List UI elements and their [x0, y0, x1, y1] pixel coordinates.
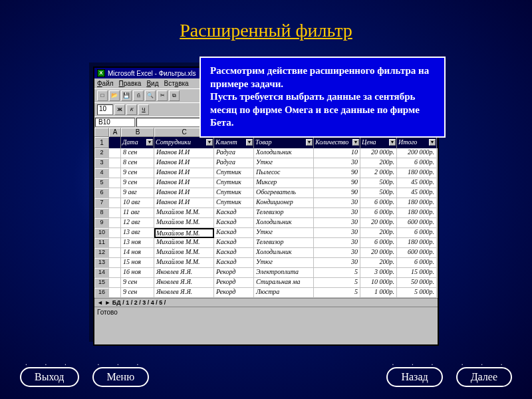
cell-qty[interactable]: 90: [314, 178, 360, 188]
table-row[interactable]: 1416 нояЯковлев Я.Я.РекордЭлектроплита53…: [94, 268, 438, 278]
menu-file[interactable]: ФФайлайл: [97, 80, 114, 87]
cell-qty[interactable]: 5: [314, 288, 360, 298]
cell-price[interactable]: 1 000р.: [360, 288, 397, 298]
cell-total[interactable]: 180 000р.: [397, 198, 437, 208]
cell-date[interactable]: 10 авг: [121, 198, 154, 208]
row-header[interactable]: 15: [94, 278, 109, 288]
cell-price[interactable]: 6 000р.: [360, 238, 397, 248]
menu-insert[interactable]: Вставка: [164, 80, 188, 87]
cell[interactable]: [109, 248, 121, 258]
cell-employee[interactable]: Иванов И.И: [154, 168, 214, 178]
cell-employee[interactable]: Михайлов М.М.: [154, 248, 214, 258]
bold-icon[interactable]: Ж: [114, 104, 125, 115]
row-header[interactable]: 11: [94, 238, 109, 248]
fontsize-box[interactable]: 10: [97, 104, 113, 115]
table-row[interactable]: 69 авгИванов И.ИСпутникОбогреватель90500…: [94, 188, 438, 198]
cell-client[interactable]: Радуга: [214, 148, 254, 158]
cell-product[interactable]: Утюг: [254, 258, 314, 268]
save-icon[interactable]: 💾: [121, 90, 132, 101]
table-row[interactable]: 28 сенИванов И.ИРадугаХолодильник1020 00…: [94, 148, 438, 158]
cell-total[interactable]: 15 000р.: [397, 268, 437, 278]
cell[interactable]: [109, 198, 121, 208]
cell-employee[interactable]: Михайлов М.М.: [154, 238, 214, 248]
cell-employee[interactable]: Яковлев Я.Я.: [154, 268, 214, 278]
menu-button[interactable]: Меню: [92, 367, 150, 387]
cell-qty[interactable]: 30: [314, 158, 360, 168]
row-header-1[interactable]: 1: [94, 137, 109, 148]
table-row[interactable]: 169 сенЯковлев Я.Я.РекордЛюстра51 000р.5…: [94, 288, 438, 298]
cell-product[interactable]: Стиральная ма: [254, 278, 314, 288]
cell[interactable]: [109, 148, 121, 158]
table-row[interactable]: 1214 нояМихайлов М.М.КаскадХолодильник30…: [94, 248, 438, 258]
cell-total[interactable]: 180 000р.: [397, 168, 437, 178]
menu-edit[interactable]: Правка: [119, 80, 142, 87]
preview-icon[interactable]: 🔍: [145, 90, 156, 101]
cell-employee[interactable]: Михайлов М.М.: [154, 208, 214, 218]
cell-qty[interactable]: 30: [314, 208, 360, 218]
row-header[interactable]: 10: [94, 228, 109, 238]
cell-product[interactable]: Телевизор: [254, 238, 314, 248]
row-header[interactable]: 6: [94, 188, 109, 198]
cell-date[interactable]: 13 авг: [121, 228, 154, 238]
cell-product[interactable]: Утюг: [254, 228, 314, 238]
cell-date[interactable]: 12 авг: [121, 218, 154, 228]
filter-dropdown-icon[interactable]: ▼: [206, 139, 213, 146]
cell-product[interactable]: Миксер: [254, 178, 314, 188]
cell[interactable]: [109, 168, 121, 178]
cell-price[interactable]: 500р.: [360, 178, 397, 188]
cell-client[interactable]: Рекорд: [214, 288, 254, 298]
cell-date[interactable]: 16 ноя: [121, 268, 154, 278]
row-header[interactable]: 3: [94, 158, 109, 168]
col-A[interactable]: A: [109, 128, 121, 137]
row-header[interactable]: 4: [94, 168, 109, 178]
cell-reference[interactable]: B10: [95, 118, 135, 127]
filter-dropdown-icon[interactable]: ▼: [389, 139, 396, 146]
cell-total[interactable]: 180 000р.: [397, 238, 437, 248]
row-header[interactable]: 13: [94, 258, 109, 268]
cell-date[interactable]: 14 ноя: [121, 248, 154, 258]
cell-price[interactable]: 10 000р.: [360, 278, 397, 288]
cell-client[interactable]: Каскад: [214, 248, 254, 258]
cell-price[interactable]: 6 000р.: [360, 208, 397, 218]
cell-price[interactable]: 2 000р.: [360, 168, 397, 178]
cell-total[interactable]: 6 000р.: [397, 228, 437, 238]
cell-date[interactable]: 9 сен: [121, 178, 154, 188]
cell-date[interactable]: 11 авг: [121, 208, 154, 218]
cell-client[interactable]: Каскад: [214, 258, 254, 268]
cell-qty[interactable]: 30: [314, 238, 360, 248]
print-icon[interactable]: ⎙: [133, 90, 144, 101]
cell-product[interactable]: Утюг: [254, 158, 314, 168]
cell[interactable]: [109, 228, 121, 238]
row-header[interactable]: 16: [94, 288, 109, 298]
cell[interactable]: [109, 158, 121, 168]
row-header[interactable]: 2: [94, 148, 109, 158]
cell[interactable]: [109, 218, 121, 228]
cell-date[interactable]: 9 авг: [121, 188, 154, 198]
menu-view[interactable]: Вид: [146, 80, 158, 87]
sheet-tabs[interactable]: ◄ ► БД / 1 / 2 / 3 / 4 / 5 /: [94, 298, 438, 307]
table-row[interactable]: 1113 нояМихайлов М.М.КаскадТелевизор306 …: [94, 238, 438, 248]
cell-client[interactable]: Рекорд: [214, 268, 254, 278]
cell-employee[interactable]: Михайлов М.М.: [154, 258, 214, 268]
cell-date[interactable]: 8 сен: [121, 158, 154, 168]
cell-total[interactable]: 45 000р.: [397, 188, 437, 198]
cell-employee[interactable]: Михайлов М.М.: [154, 218, 214, 228]
cut-icon[interactable]: ✂: [157, 90, 168, 101]
cell-product[interactable]: Холодильник: [254, 218, 314, 228]
cell-product[interactable]: Холодильник: [254, 248, 314, 258]
cell-price[interactable]: 200р.: [360, 228, 397, 238]
cell-product[interactable]: Телевизор: [254, 208, 314, 218]
row-header[interactable]: 5: [94, 178, 109, 188]
cell-client[interactable]: Каскад: [214, 238, 254, 248]
table-row[interactable]: 59 сенИванов И.ИСпутникМиксер90500р.45 0…: [94, 178, 438, 188]
row-header[interactable]: 9: [94, 218, 109, 228]
exit-button[interactable]: Выход: [20, 367, 79, 387]
underline-icon[interactable]: Ч: [138, 104, 149, 115]
filter-dropdown-icon[interactable]: ▼: [352, 139, 359, 146]
cell-client[interactable]: Радуга: [214, 158, 254, 168]
cell-total[interactable]: 50 000р.: [397, 278, 437, 288]
col-B[interactable]: B: [121, 128, 154, 137]
table-row[interactable]: 49 сенИванов И.ИСпутникПылесос902 000р.1…: [94, 168, 438, 178]
cell-date[interactable]: 8 сен: [121, 148, 154, 158]
cell[interactable]: [109, 288, 121, 298]
